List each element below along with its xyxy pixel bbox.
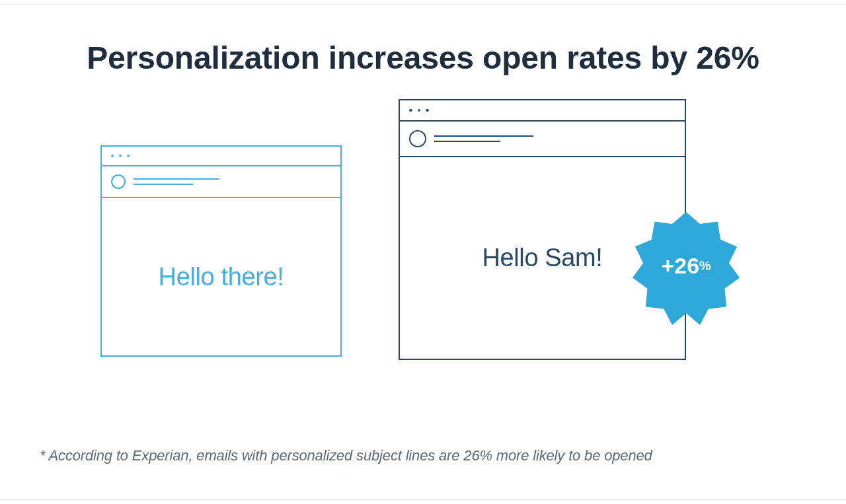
- uplift-badge: +26%: [627, 206, 746, 325]
- avatar-icon: [111, 174, 126, 189]
- window-personalized-header: [400, 122, 685, 157]
- window-personalized: Hello Sam! +26%: [399, 99, 686, 360]
- window-control-dot-icon: [418, 109, 421, 112]
- text-lines-icon: [434, 135, 533, 142]
- diagram-stage: Hello there! Hello Sam! +26%: [0, 79, 846, 396]
- page-title: Personalization increases open rates by …: [0, 41, 846, 76]
- window-control-dot-icon: [119, 155, 122, 157]
- window-control-dot-icon: [127, 155, 130, 157]
- window-control-dot-icon: [426, 109, 429, 112]
- greeting-personalized: Hello Sam!: [482, 244, 602, 272]
- footnote: * According to Experian, emails with per…: [40, 446, 806, 466]
- divider-top: [0, 4, 846, 5]
- divider-bottom: [0, 499, 846, 500]
- uplift-badge-suffix: %: [699, 258, 711, 272]
- uplift-badge-value: +26: [661, 253, 699, 278]
- greeting-generic: Hello there!: [159, 263, 284, 291]
- avatar-icon: [409, 130, 426, 147]
- window-control-dot-icon: [111, 155, 114, 157]
- window-generic: Hello there!: [100, 145, 342, 357]
- window-generic-body: Hello there!: [102, 198, 340, 355]
- text-lines-icon: [134, 178, 219, 185]
- window-generic-titlebar: [102, 147, 340, 166]
- window-generic-header: [102, 166, 340, 198]
- window-control-dot-icon: [409, 109, 412, 112]
- uplift-badge-label: +26%: [661, 253, 711, 279]
- window-personalized-titlebar: [400, 100, 685, 122]
